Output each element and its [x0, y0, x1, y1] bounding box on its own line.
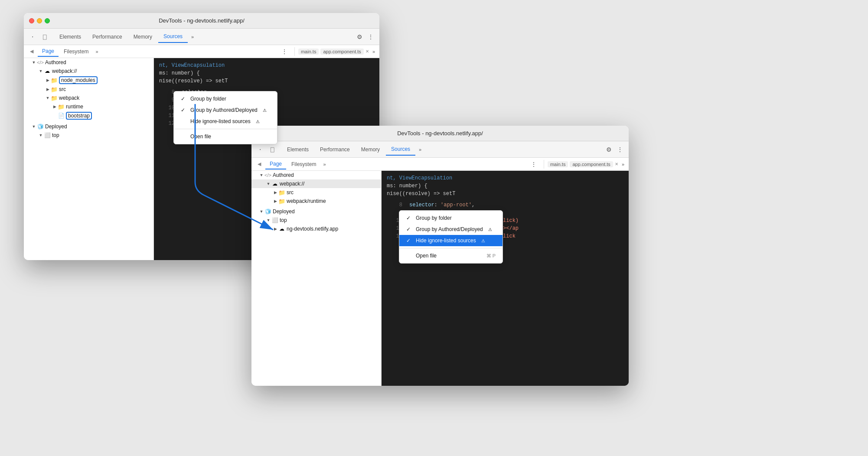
tab-memory-2[interactable]: Memory	[356, 144, 385, 155]
sec-dots-1[interactable]: ⋮	[279, 47, 290, 56]
menu-group-folder-2[interactable]: ✓ Group by folder	[399, 212, 503, 224]
deployed-label-1: Deployed	[45, 124, 67, 130]
tree-webpack-2[interactable]: ▼ ☁ webpack://	[251, 179, 381, 188]
expand-top-1[interactable]: ▼	[38, 132, 44, 138]
tree-top-1[interactable]: ▼ ⬜ top	[24, 131, 153, 140]
editor-tab-main-1[interactable]: main.ts	[298, 49, 319, 55]
sec-tab-page-2[interactable]: Page	[265, 159, 286, 169]
expand-webpack-2[interactable]: ▼	[265, 181, 271, 187]
tree-runtime-1[interactable]: ▶ 📁 runtime	[24, 102, 153, 111]
dots-icon-2[interactable]: ⋮	[615, 144, 625, 155]
expand-ng-devtools-2[interactable]: ▶	[272, 226, 278, 232]
expand-authored-1[interactable]: ▼	[31, 59, 37, 65]
code-header-1: nt, ViewEncapsulation	[159, 62, 374, 69]
expand-top-2[interactable]: ▼	[265, 217, 271, 223]
square-icon-2: ⬜	[271, 217, 278, 224]
sec-tab-filesystem-2[interactable]: Filesystem	[287, 160, 320, 169]
tree-node-modules-1[interactable]: ▶ 📁 node_modules	[24, 75, 153, 85]
editor-tab-close-2[interactable]: ✕	[615, 162, 618, 166]
tree-deployed-2[interactable]: ▼ 🧊 Deployed	[251, 207, 381, 216]
menu-open-label-2: Open file	[416, 253, 437, 259]
code-icon-2: </>	[264, 172, 271, 179]
window-title-2: DevTools - ng-devtools.netlify.app/	[397, 130, 483, 137]
folder-icon-webpack-runtime-2: 📁	[278, 198, 285, 205]
menu-open-file-2[interactable]: ✓ Open file ⌘ P	[399, 250, 503, 261]
tree-src-2[interactable]: ▶ 📁 src	[251, 188, 381, 197]
expand-runtime-1[interactable]: ▶	[52, 104, 58, 110]
menu-group-authored-1[interactable]: ✓ Group by Authored/Deployed ⚠	[174, 104, 277, 116]
tab-memory-1[interactable]: Memory	[128, 31, 157, 42]
tree-webpack-runtime-2[interactable]: ▶ 📁 webpack/runtime	[251, 197, 381, 205]
menu-divider-2	[399, 248, 503, 248]
menu-hide-ignore-1[interactable]: ✓ Hide ignore-listed sources ⚠	[174, 116, 277, 127]
tree-ng-devtools-2[interactable]: ▶ ☁ ng-devtools.netlify.app	[251, 225, 381, 233]
expand-webpack-runtime-2[interactable]: ▶	[272, 198, 278, 204]
cursor-icon-2[interactable]: ⬝	[255, 144, 265, 155]
menu-group-authored-label-1: Group by Authored/Deployed	[190, 107, 258, 113]
open-file-shortcut-2: ⌘ P	[486, 253, 496, 259]
maximize-button-1[interactable]	[45, 18, 50, 23]
sec-more-2[interactable]: »	[321, 160, 327, 169]
expand-deployed-2[interactable]: ▼	[258, 208, 264, 215]
nav-back-icon-2[interactable]: ◀	[254, 159, 264, 169]
editor-more-1[interactable]: »	[371, 47, 377, 56]
tree-top-2[interactable]: ▼ ⬜ top	[251, 216, 381, 225]
nav-back-icon-1[interactable]: ◀	[26, 46, 37, 57]
menu-hide-ignore-2[interactable]: ✓ Hide ignore-listed sources ⚠	[399, 235, 503, 246]
expand-deployed-1[interactable]: ▼	[31, 124, 37, 130]
inspect-icon-2[interactable]: ⎕	[267, 144, 277, 155]
cloud-icon-1: ☁	[44, 68, 51, 75]
tab-sources-1[interactable]: Sources	[158, 31, 188, 43]
editor-tab-main-2[interactable]: main.ts	[548, 161, 568, 167]
tree-webpack-folder-1[interactable]: ▼ 📁 webpack	[24, 94, 153, 102]
tab-elements-2[interactable]: Elements	[282, 144, 314, 155]
tab-more-1[interactable]: »	[189, 33, 196, 41]
menu-group-folder-1[interactable]: ✓ Group by folder	[174, 93, 277, 104]
cloud-icon-ng-2: ☁	[278, 225, 285, 232]
tab-bar-1: ⬝ ⎕ Elements Performance Memory Sources …	[24, 29, 379, 45]
menu-open-file-1[interactable]: ✓ Open file	[174, 131, 277, 142]
square-icon-1: ⬜	[44, 132, 51, 139]
expand-node-modules-1[interactable]: ▶	[45, 77, 51, 83]
dots-icon-1[interactable]: ⋮	[365, 32, 376, 42]
expand-webpack-folder-1[interactable]: ▼	[45, 95, 51, 101]
runtime-label-1: runtime	[66, 104, 83, 110]
sec-tab-page-1[interactable]: Page	[38, 46, 59, 57]
editor-tab-component-2[interactable]: app.component.ts	[570, 161, 613, 167]
tree-deployed-1[interactable]: ▼ 🧊 Deployed	[24, 122, 153, 131]
close-button-1[interactable]	[29, 18, 34, 23]
editor-more-2[interactable]: »	[620, 160, 626, 169]
menu-group-folder-label-2: Group by folder	[416, 215, 452, 221]
cube-icon-2: 🧊	[264, 208, 271, 215]
tree-src-1[interactable]: ▶ 📁 src	[24, 85, 153, 94]
tree-bootstrap-1[interactable]: ▶ 📄 bootstrap	[24, 111, 153, 121]
tree-webpack-1[interactable]: ▼ ☁ webpack://	[24, 67, 153, 75]
editor-tab-close-1[interactable]: ✕	[365, 49, 369, 54]
tab-sources-2[interactable]: Sources	[386, 143, 415, 156]
expand-src-2[interactable]: ▶	[272, 189, 278, 195]
tab-more-2[interactable]: »	[416, 145, 424, 154]
sec-more-1[interactable]: »	[94, 47, 100, 56]
gear-icon-1[interactable]: ⚙	[354, 32, 365, 42]
cursor-icon[interactable]: ⬝	[27, 32, 38, 42]
editor-tab-component-1[interactable]: app.component.ts	[320, 49, 363, 55]
menu-group-authored-2[interactable]: ✓ Group by Authored/Deployed ⚠	[399, 224, 503, 235]
inspect-icon[interactable]: ⎕	[39, 32, 50, 42]
tab-performance-1[interactable]: Performance	[87, 31, 127, 42]
warn-icon-authored-2: ⚠	[488, 227, 492, 232]
sec-tab-filesystem-1[interactable]: Filesystem	[59, 47, 93, 56]
check-icon-group-folder-1: ✓	[181, 96, 187, 102]
secondary-bar-2: ◀ Page Filesystem » ⋮ main.ts app.compon…	[251, 158, 629, 171]
minimize-button-1[interactable]	[37, 18, 42, 23]
expand-authored-2[interactable]: ▼	[258, 172, 264, 178]
gear-icon-2[interactable]: ⚙	[604, 144, 614, 155]
sec-dots-2[interactable]: ⋮	[528, 160, 539, 169]
tab-elements-1[interactable]: Elements	[54, 31, 86, 42]
tree-authored-1[interactable]: ▼ </> Authored	[24, 58, 153, 67]
ng-devtools-label-2: ng-devtools.netlify.app	[287, 226, 338, 232]
expand-webpack-1[interactable]: ▼	[38, 68, 44, 74]
tab-performance-2[interactable]: Performance	[315, 144, 355, 155]
expand-src-1[interactable]: ▶	[45, 86, 51, 92]
tree-authored-2[interactable]: ▼ </> Authored	[251, 171, 381, 179]
context-menu-2: ✓ Group by folder ✓ Group by Authored/De…	[399, 210, 503, 264]
